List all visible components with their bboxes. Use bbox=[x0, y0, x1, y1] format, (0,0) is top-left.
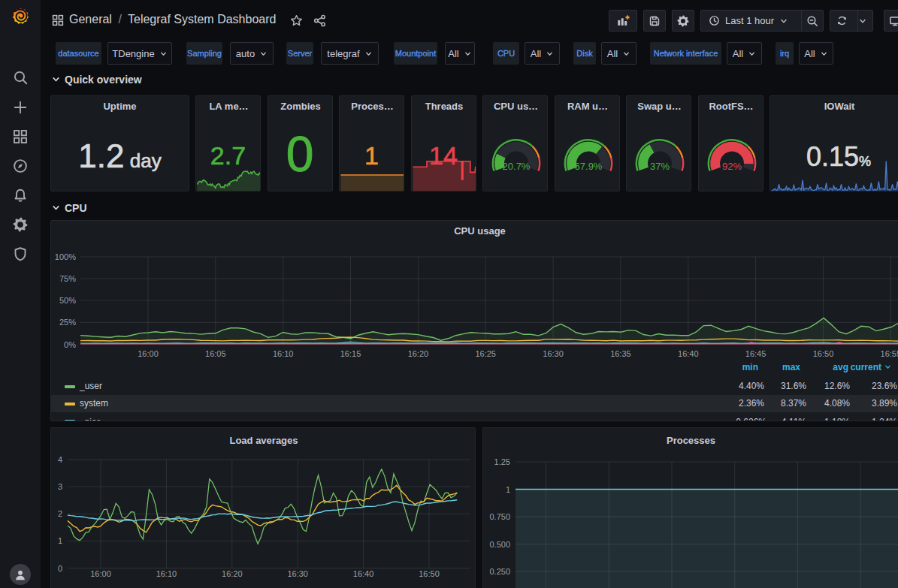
svg-text:16:40: 16:40 bbox=[678, 349, 699, 358]
svg-text:20.7%: 20.7% bbox=[503, 161, 531, 172]
svg-text:16:00: 16:00 bbox=[90, 569, 111, 578]
svg-text:100%: 100% bbox=[55, 252, 76, 261]
svg-text:92%: 92% bbox=[721, 161, 741, 172]
svg-text:16:50: 16:50 bbox=[419, 569, 440, 578]
svg-text:0.750: 0.750 bbox=[489, 512, 510, 521]
svg-text:1.25: 1.25 bbox=[494, 457, 509, 466]
svg-text:16:10: 16:10 bbox=[273, 349, 294, 358]
svg-text:37%: 37% bbox=[650, 161, 670, 172]
svg-text:1: 1 bbox=[505, 485, 509, 494]
svg-text:16:35: 16:35 bbox=[610, 349, 631, 358]
svg-text:0: 0 bbox=[58, 564, 62, 573]
svg-text:0.500: 0.500 bbox=[489, 540, 510, 549]
svg-text:0.250: 0.250 bbox=[489, 567, 510, 576]
svg-text:16:40: 16:40 bbox=[353, 569, 374, 578]
svg-text:16:50: 16:50 bbox=[813, 349, 834, 358]
svg-text:16:20: 16:20 bbox=[408, 349, 429, 358]
svg-text:16:15: 16:15 bbox=[340, 349, 361, 358]
svg-text:2: 2 bbox=[58, 509, 62, 518]
svg-text:16:10: 16:10 bbox=[156, 569, 177, 578]
svg-text:16:20: 16:20 bbox=[222, 569, 243, 578]
svg-text:16:45: 16:45 bbox=[745, 349, 766, 358]
svg-text:16:30: 16:30 bbox=[543, 349, 564, 358]
svg-text:4: 4 bbox=[58, 455, 62, 464]
svg-text:16:00: 16:00 bbox=[138, 349, 159, 358]
svg-text:1: 1 bbox=[58, 536, 62, 545]
svg-text:16:25: 16:25 bbox=[475, 349, 496, 358]
svg-text:0%: 0% bbox=[64, 340, 76, 349]
svg-text:16:55: 16:55 bbox=[881, 349, 898, 358]
svg-text:75%: 75% bbox=[59, 274, 76, 283]
svg-text:16:30: 16:30 bbox=[287, 569, 308, 578]
svg-text:50%: 50% bbox=[59, 296, 76, 305]
svg-text:25%: 25% bbox=[59, 318, 76, 327]
svg-text:67.9%: 67.9% bbox=[574, 161, 602, 172]
svg-text:16:05: 16:05 bbox=[205, 349, 226, 358]
svg-text:3: 3 bbox=[58, 482, 62, 491]
